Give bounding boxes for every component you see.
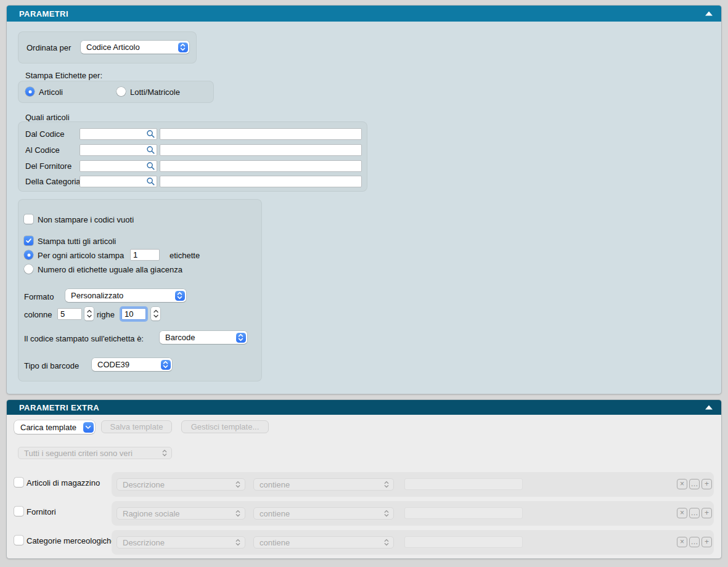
checkbox-stampa-tutti[interactable] xyxy=(24,236,33,245)
tipo-barcode-select[interactable]: CODE39 xyxy=(92,358,172,371)
row1-add-button[interactable]: + xyxy=(701,479,712,489)
search-icon[interactable] xyxy=(146,129,155,139)
stepper-down-icon xyxy=(87,314,92,318)
righe-input[interactable] xyxy=(121,308,146,320)
radio-articoli-label[interactable]: Articoli xyxy=(39,88,63,97)
gestisci-template-label: Gestisci template... xyxy=(191,422,260,431)
checkbox-articoli-magazzino[interactable] xyxy=(14,478,23,487)
row1-op-select[interactable]: contiene xyxy=(253,478,394,491)
chevron-updown-icon xyxy=(175,291,185,301)
articoli-magazzino-label[interactable]: Articoli di magazzino xyxy=(27,478,100,487)
checkbox-fornitori[interactable] xyxy=(14,507,23,516)
stepper-down-icon xyxy=(153,314,158,318)
del-fornitore-input[interactable] xyxy=(80,161,146,171)
righe-stepper[interactable] xyxy=(151,307,160,320)
gestisci-template-button[interactable]: Gestisci template... xyxy=(181,420,269,433)
ordinata-label: Ordinata per xyxy=(27,43,71,52)
categorie-merceologiche-label[interactable]: Categorie merceologiche xyxy=(27,536,116,545)
stepper-up-icon xyxy=(87,309,92,313)
codici-vuoti-label[interactable]: Non stampare i codici vuoti xyxy=(38,215,134,224)
della-categoria-descr-input[interactable] xyxy=(160,176,362,187)
parametri-panel: PARAMETRI Ordinata per Codice Articolo S… xyxy=(6,5,722,394)
row1-value-input[interactable] xyxy=(404,478,523,490)
row3-add-button[interactable]: + xyxy=(701,537,712,547)
row2-field-select[interactable]: Ragione sociale xyxy=(117,507,245,520)
colonne-label: colonne xyxy=(24,310,52,319)
check-icon xyxy=(25,237,32,244)
parametri-extra-title: PARAMETRI EXTRA xyxy=(19,403,99,412)
row1-remove-button[interactable]: × xyxy=(677,479,687,489)
row2-add-button[interactable]: + xyxy=(701,508,712,518)
collapse-arrow-icon[interactable] xyxy=(705,12,713,16)
search-icon[interactable] xyxy=(146,161,155,171)
row1-field-select[interactable]: Descrizione xyxy=(117,478,245,491)
per-ogni-articolo-label[interactable]: Per ogni articolo stampa xyxy=(38,251,124,260)
colonne-input[interactable] xyxy=(57,308,82,320)
chevron-updown-icon xyxy=(384,481,389,488)
ordinata-select[interactable]: Codice Articolo xyxy=(81,41,189,54)
radio-articoli[interactable] xyxy=(25,87,35,96)
radio-lotti-matricole[interactable] xyxy=(117,87,126,96)
parametri-extra-panel: PARAMETRI EXTRA Carica template Salva te… xyxy=(6,399,722,559)
fornitori-label[interactable]: Fornitori xyxy=(27,507,56,516)
della-categoria-label: Della Categoria xyxy=(25,177,81,186)
row2-more-button[interactable]: … xyxy=(689,508,700,518)
etichette-qty-input[interactable] xyxy=(130,249,160,261)
formato-label: Formato xyxy=(24,292,54,301)
dal-codice-search xyxy=(80,128,157,140)
parametri-extra-header: PARAMETRI EXTRA xyxy=(7,400,721,415)
della-categoria-search xyxy=(80,176,157,187)
checkbox-categorie-merceologiche[interactable] xyxy=(14,536,23,545)
dal-codice-label: Dal Codice xyxy=(25,129,65,139)
formato-value: Personalizzato xyxy=(65,291,175,300)
row3-remove-button[interactable]: × xyxy=(677,537,687,547)
row2-field-value: Ragione sociale xyxy=(117,509,235,518)
chevron-updown-icon xyxy=(162,449,167,457)
del-fornitore-search xyxy=(80,160,157,172)
row1-op-value: contiene xyxy=(254,480,384,489)
chevron-updown-icon xyxy=(161,360,171,370)
codice-stampato-label: Il codice stampato sull'etichetta è: xyxy=(24,334,144,343)
search-icon[interactable] xyxy=(146,145,155,155)
salva-template-button[interactable]: Salva template xyxy=(101,420,172,433)
radio-numero-giacenza[interactable] xyxy=(24,264,33,274)
criteri-select[interactable]: Tutti i seguenti criteri sono veri xyxy=(18,447,172,459)
row3-op-select[interactable]: contiene xyxy=(253,536,394,549)
row3-more-button[interactable]: … xyxy=(689,537,700,547)
della-categoria-input[interactable] xyxy=(80,177,146,186)
search-icon[interactable] xyxy=(146,177,155,186)
row3-value-input[interactable] xyxy=(404,536,523,548)
collapse-arrow-icon[interactable] xyxy=(705,406,713,410)
dal-codice-input[interactable] xyxy=(80,129,146,139)
parametri-header: PARAMETRI xyxy=(7,6,721,22)
row2-remove-button[interactable]: × xyxy=(677,508,687,518)
checkbox-codici-vuoti[interactable] xyxy=(24,214,33,224)
row2-value-input[interactable] xyxy=(404,507,523,519)
row1-more-button[interactable]: … xyxy=(689,479,700,489)
radio-per-ogni-articolo[interactable] xyxy=(24,250,33,259)
chevron-updown-icon xyxy=(178,43,188,52)
del-fornitore-descr-input[interactable] xyxy=(160,160,362,172)
carica-template-label: Carica template xyxy=(14,423,83,432)
row3-field-select[interactable]: Descrizione xyxy=(117,536,245,549)
chevron-updown-icon xyxy=(235,481,240,488)
tipo-barcode-label: Tipo di barcode xyxy=(24,361,79,370)
etichette-label: etichette xyxy=(170,251,200,260)
quali-articoli-label: Quali articoli xyxy=(25,113,70,122)
numero-giacenza-label[interactable]: Numero di etichette uguale alla giacenza xyxy=(38,265,182,274)
salva-template-label: Salva template xyxy=(110,422,163,431)
colonne-stepper[interactable] xyxy=(84,307,94,320)
dal-codice-descr-input[interactable] xyxy=(160,128,362,140)
formato-select[interactable]: Personalizzato xyxy=(65,289,186,302)
codice-stampato-select[interactable]: Barcode xyxy=(160,331,247,344)
al-codice-input[interactable] xyxy=(80,145,146,155)
chevron-updown-icon xyxy=(384,510,389,517)
stampa-tutti-label[interactable]: Stampa tutti gli articoli xyxy=(38,237,116,246)
carica-template-button[interactable]: Carica template xyxy=(14,420,95,434)
row2-op-select[interactable]: contiene xyxy=(253,507,394,520)
row2-op-value: contiene xyxy=(254,509,384,518)
radio-dot-icon xyxy=(27,253,30,256)
al-codice-descr-input[interactable] xyxy=(160,144,362,156)
righe-label: righe xyxy=(97,310,115,319)
radio-lotti-label[interactable]: Lotti/Matricole xyxy=(130,88,180,97)
